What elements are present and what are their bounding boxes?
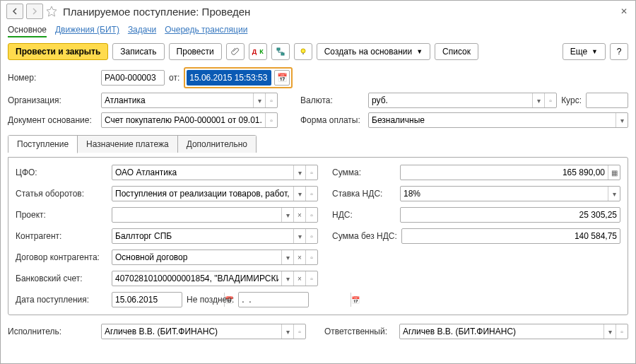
cfo-label: ЦФО: [16,168,107,177]
post-button[interactable]: Провести [169,43,222,60]
tab-movements[interactable]: Движения (БИТ) [55,23,119,37]
currency-combo[interactable]: ▾▫ [368,93,557,108]
more-button[interactable]: Еще▼ [563,43,606,60]
sum-label: Сумма: [332,168,396,177]
exec-combo[interactable]: ▾▫ [101,324,306,339]
currency-label: Валюта: [300,95,364,105]
bank-combo[interactable]: ▾×▫ [112,271,318,286]
svg-rect-3 [302,53,304,54]
create-based-button[interactable]: Создать на основании▼ [317,43,430,60]
arrdate-input[interactable]: 📅 [112,292,182,307]
vat-input[interactable] [400,207,620,223]
sum-input[interactable]: ▦ [400,165,620,180]
payform-label: Форма оплаты: [300,115,364,125]
basedoc-label: Документ основание: [8,115,97,125]
project-combo[interactable]: ▾×▫ [112,207,318,223]
flow-button[interactable] [271,43,290,60]
list-button[interactable]: Список [435,43,478,60]
basedoc-combo[interactable]: ▫ [101,112,278,128]
page-title: Планируемое поступление: Проведен [63,6,250,18]
save-button[interactable]: Записать [112,43,164,60]
back-button[interactable] [6,4,23,19]
post-and-close-button[interactable]: Провести и закрыть [8,43,108,60]
resp-label: Ответственный: [324,327,395,336]
exec-label: Исполнитель: [8,327,97,336]
org-combo[interactable]: ▾▫ [101,93,278,108]
sumnovat-label: Сумма без НДС: [332,231,397,241]
article-combo[interactable]: ▾▫ [112,186,318,201]
contr-label: Контрагент: [16,231,107,241]
rate-input[interactable]: ▦ [586,93,628,108]
svg-rect-1 [281,53,284,55]
number-input[interactable] [101,70,165,86]
contr-combo[interactable]: ▾▫ [112,228,318,244]
dk-button[interactable]: ДК [249,43,267,60]
vat-label: НДС: [332,210,396,220]
close-button[interactable]: ✕ [618,6,630,17]
nolater-label: Не позднее: [187,295,234,305]
svg-point-2 [301,49,305,53]
forward-button[interactable] [26,4,43,19]
tab-additional[interactable]: Дополнительно [178,136,256,153]
favorite-icon[interactable] [46,6,57,17]
tab-main[interactable]: Основное [8,23,47,37]
tab-queue[interactable]: Очередь трансляции [165,23,247,37]
payform-combo[interactable]: ▾ [368,112,628,128]
date-input[interactable] [187,70,271,86]
bulb-button[interactable] [294,43,312,60]
number-label: Номер: [8,73,97,83]
tab-receipt[interactable]: Поступление [8,136,78,153]
help-button[interactable]: ? [610,43,628,60]
vatrate-label: Ставка НДС: [332,189,396,199]
from-label: от: [169,73,179,83]
tab-payment-purpose[interactable]: Назначение платежа [78,136,178,153]
contract-label: Договор контрагента: [16,252,107,262]
nolater-input[interactable]: 📅 [238,292,309,307]
resp-combo[interactable]: ▾▫ [399,324,628,339]
article-label: Статья оборотов: [16,189,107,199]
contract-combo[interactable]: ▾×▫ [112,249,318,265]
sumnovat-input[interactable] [401,228,620,244]
calendar-icon[interactable]: 📅 [274,70,290,86]
project-label: Проект: [16,210,107,220]
tab-tasks[interactable]: Задачи [128,23,156,37]
rate-label: Курс: [561,95,582,105]
org-label: Организация: [8,95,97,105]
bank-label: Банковский счет: [16,274,107,283]
cfo-combo[interactable]: ▾▫ [112,165,318,180]
vatrate-combo[interactable]: ▾ [400,186,620,201]
attach-button[interactable] [226,43,245,60]
svg-rect-0 [277,48,280,50]
arrdate-label: Дата поступления: [16,295,107,305]
